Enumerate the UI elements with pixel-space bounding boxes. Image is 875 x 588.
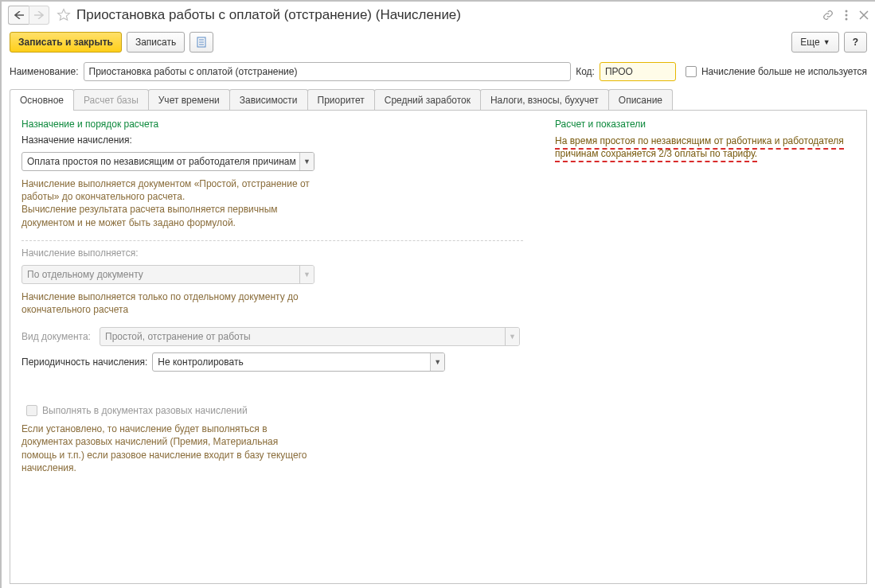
- code-field[interactable]: [600, 62, 676, 81]
- document-icon: [197, 37, 206, 48]
- kebab-menu-icon[interactable]: [845, 10, 848, 21]
- once-label: Выполнять в документах разовых начислени…: [42, 405, 248, 416]
- svg-point-0: [846, 10, 848, 13]
- divider: [21, 240, 523, 241]
- chevron-down-icon: ▼: [299, 153, 314, 170]
- unused-label: Начисление больше не используется: [701, 66, 867, 77]
- arrow-left-icon: [14, 11, 24, 19]
- period-label: Периодичность начисления:: [21, 356, 147, 368]
- purpose-hint: Начисление выполняется документом «Прост…: [21, 177, 324, 229]
- report-button[interactable]: [189, 32, 213, 53]
- tab-taxes[interactable]: Налоги, взносы, бухучет: [480, 89, 609, 111]
- svg-point-1: [846, 14, 848, 17]
- page-title: Приостановка работы с оплатой (отстранен…: [76, 7, 461, 23]
- exec-hint: Начисление выполняется только по отдельн…: [21, 290, 324, 316]
- section-calc-title: Расчет и показатели: [555, 119, 855, 130]
- once-checkbox: [26, 405, 37, 416]
- doc-combo: Простой, отстранение от работы ▼: [100, 327, 520, 346]
- favorite-star-icon[interactable]: [54, 6, 73, 25]
- chevron-down-icon: ▼: [299, 266, 314, 283]
- tab-priority[interactable]: Приоритет: [307, 89, 375, 111]
- tab-time[interactable]: Учет времени: [148, 89, 230, 111]
- tab-base[interactable]: Расчет базы: [73, 89, 149, 111]
- doc-label: Вид документа:: [21, 331, 95, 342]
- unused-checkbox[interactable]: [686, 66, 697, 77]
- link-icon[interactable]: [822, 10, 834, 21]
- exec-value: По отдельному документу: [22, 266, 299, 283]
- save-and-close-button[interactable]: Записать и закрыть: [10, 32, 122, 53]
- purpose-label: Назначение начисления:: [21, 134, 523, 146]
- exec-label: Начисление выполняется:: [21, 247, 523, 259]
- period-combo[interactable]: Не контролировать ▼: [152, 352, 445, 372]
- section-purpose-title: Назначение и порядок расчета: [21, 119, 523, 130]
- name-label: Наименование:: [10, 66, 79, 77]
- code-label: Код:: [576, 66, 595, 77]
- tab-average[interactable]: Средний заработок: [374, 89, 481, 111]
- tab-deps[interactable]: Зависимости: [229, 89, 308, 111]
- purpose-value: Оплата простоя по независящим от работод…: [22, 153, 299, 170]
- once-hint: Если установлено, то начисление будет вы…: [21, 423, 308, 474]
- calc-text: На время простоя по независящим от работ…: [555, 134, 855, 160]
- chevron-down-icon: ▼: [505, 328, 519, 345]
- help-button[interactable]: ?: [844, 32, 867, 53]
- tab-main[interactable]: Основное: [10, 89, 74, 111]
- nav-forward-button[interactable]: [29, 6, 49, 25]
- chevron-down-icon: ▼: [823, 38, 830, 46]
- svg-point-2: [846, 18, 848, 21]
- period-value: Не контролировать: [153, 353, 430, 371]
- tab-desc[interactable]: Описание: [608, 89, 673, 111]
- arrow-right-icon: [34, 11, 44, 19]
- purpose-combo[interactable]: Оплата простоя по независящим от работод…: [21, 152, 314, 171]
- chevron-down-icon: ▼: [430, 353, 444, 371]
- save-button[interactable]: Записать: [127, 32, 185, 53]
- close-icon[interactable]: [859, 10, 869, 20]
- more-label: Еще: [800, 37, 819, 48]
- doc-value: Простой, отстранение от работы: [100, 328, 505, 345]
- exec-combo: По отдельному документу ▼: [21, 265, 314, 284]
- more-button[interactable]: Еще ▼: [791, 32, 838, 53]
- name-field[interactable]: [84, 62, 572, 81]
- nav-back-button[interactable]: [8, 6, 29, 25]
